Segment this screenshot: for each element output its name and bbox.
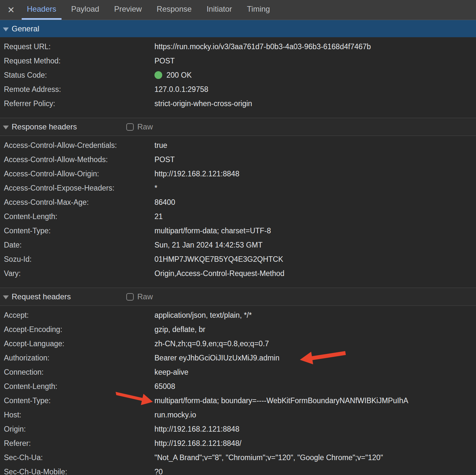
header-value: 01HMP7JWKQE7B5YQ4E3G2QHTCK [154, 255, 283, 264]
header-row: Status Code: 200 OK [0, 68, 476, 82]
raw-checkbox[interactable] [126, 123, 134, 131]
disclosure-triangle-icon [3, 295, 9, 299]
header-name: Origin: [4, 425, 154, 434]
header-row: Content-Length: 21 [0, 209, 476, 224]
header-row: Access-Control-Allow-Origin: http://192.… [0, 167, 476, 181]
header-value: 127.0.0.1:29758 [154, 85, 208, 94]
header-name: Remote Address: [4, 85, 154, 94]
header-row: Origin: http://192.168.2.121:8848 [0, 422, 476, 436]
header-name: Content-Type: [4, 396, 154, 405]
header-name: Access-Control-Allow-Origin: [4, 170, 154, 178]
header-row: Request Method: POST [0, 54, 476, 68]
header-value: application/json, text/plain, */* [154, 311, 252, 320]
header-name: Request URL: [4, 42, 154, 51]
header-row: Accept-Language: zh-CN,zh;q=0.9,en;q=0.8… [0, 337, 476, 351]
general-rows: Request URL: https://run.mocky.io/v3/3aa… [0, 37, 476, 118]
header-value: run.mocky.io [154, 411, 196, 419]
section-response-headers-header[interactable]: Response headers Raw [0, 118, 476, 136]
header-name: Host: [4, 411, 154, 419]
header-name: Sec-Ch-Ua: [4, 453, 154, 462]
tab-response[interactable]: Response [152, 0, 197, 20]
header-row: Vary: Origin,Access-Control-Request-Meth… [0, 266, 476, 281]
header-name: Content-Length: [4, 212, 154, 221]
tab-timing-label: Timing [247, 5, 270, 14]
header-name: Access-Control-Expose-Headers: [4, 184, 154, 193]
header-row: Sec-Ch-Ua-Mobile: ?0 [0, 465, 476, 475]
header-name: Content-Length: [4, 382, 154, 391]
header-value: 86400 [154, 198, 175, 207]
response-headers-rows: Access-Control-Allow-Credentials: true A… [0, 136, 476, 288]
header-value: 65008 [154, 382, 175, 391]
header-name: Access-Control-Allow-Methods: [4, 155, 154, 164]
header-row: Accept-Encoding: gzip, deflate, br [0, 322, 476, 337]
header-row: Remote Address: 127.0.0.1:29758 [0, 82, 476, 96]
header-row: Referer: http://192.168.2.121:8848/ [0, 436, 476, 450]
tab-preview[interactable]: Preview [109, 0, 147, 20]
header-name: Accept-Language: [4, 339, 154, 348]
header-value: https://run.mocky.io/v3/3aa761d7-b0b3-4a… [154, 42, 371, 51]
status-dot-icon [154, 71, 162, 79]
header-value: "Not_A Brand";v="8", "Chromium";v="120",… [154, 453, 383, 462]
request-headers-rows: Accept: application/json, text/plain, */… [0, 306, 476, 475]
header-value: http://192.168.2.121:8848 [154, 425, 239, 434]
header-row: Access-Control-Expose-Headers: * [0, 181, 476, 195]
network-detail-tabbar: ✕ Headers Payload Preview Response Initi… [0, 0, 476, 20]
header-name: Date: [4, 241, 154, 249]
header-row: Content-Type: multipart/form-data; chars… [0, 224, 476, 238]
close-button[interactable]: ✕ [3, 0, 19, 20]
section-request-headers-title: Request headers [12, 292, 71, 301]
section-request-headers-header[interactable]: Request headers Raw [0, 288, 476, 306]
header-name: Request Method: [4, 57, 154, 65]
header-value: ?0 [154, 468, 163, 475]
header-value: 21 [154, 212, 163, 221]
tab-payload-label: Payload [71, 5, 99, 14]
raw-checkbox[interactable] [126, 293, 134, 301]
tab-timing[interactable]: Timing [242, 0, 275, 20]
header-name: Authorization: [4, 354, 154, 362]
section-general-header[interactable]: General [0, 20, 476, 37]
header-name: Access-Control-Allow-Credentials: [4, 141, 154, 150]
header-value: zh-CN,zh;q=0.9,en;q=0.8,eo;q=0.7 [154, 339, 269, 348]
header-name: Sozu-Id: [4, 255, 154, 264]
header-value: Sun, 21 Jan 2024 14:42:53 GMT [154, 241, 263, 249]
header-row: Request URL: https://run.mocky.io/v3/3aa… [0, 39, 476, 54]
header-row: Referrer Policy: strict-origin-when-cros… [0, 96, 476, 111]
header-row: Access-Control-Allow-Credentials: true [0, 138, 476, 152]
header-value: multipart/form-data; boundary=----WebKit… [154, 396, 408, 405]
header-name: Connection: [4, 368, 154, 377]
header-value: * [154, 184, 157, 193]
header-value: Bearer eyJhbGciOiJIUzUxMiJ9.admin [154, 354, 279, 362]
header-row: Host: run.mocky.io [0, 408, 476, 422]
header-value: http://192.168.2.121:8848 [154, 170, 239, 178]
header-value: true [154, 141, 167, 150]
tab-initiator-label: Initiator [207, 5, 232, 14]
header-name: Sec-Ch-Ua-Mobile: [4, 468, 154, 475]
tab-response-label: Response [157, 5, 192, 14]
header-row: Content-Type: multipart/form-data; bound… [0, 393, 476, 408]
tab-headers[interactable]: Headers [22, 0, 62, 20]
header-name: Access-Control-Max-Age: [4, 198, 154, 207]
disclosure-triangle-icon [3, 28, 9, 31]
header-name: Accept: [4, 311, 154, 320]
header-value: http://192.168.2.121:8848/ [154, 439, 242, 448]
header-row: Accept: application/json, text/plain, */… [0, 308, 476, 322]
section-general-title: General [12, 24, 39, 33]
header-name: Vary: [4, 269, 154, 278]
raw-checkbox-label: Raw [137, 122, 153, 131]
tab-payload[interactable]: Payload [66, 0, 105, 20]
section-response-headers-title: Response headers [12, 122, 77, 131]
tab-initiator[interactable]: Initiator [201, 0, 237, 20]
header-name: Referrer Policy: [4, 99, 154, 108]
header-name: Referer: [4, 439, 154, 448]
header-row: Access-Control-Allow-Methods: POST [0, 152, 476, 167]
header-name: Accept-Encoding: [4, 325, 154, 334]
close-icon: ✕ [7, 5, 15, 15]
header-row: Access-Control-Max-Age: 86400 [0, 195, 476, 209]
header-value: strict-origin-when-cross-origin [154, 99, 252, 108]
header-value: 200 OK [166, 71, 192, 80]
tab-headers-label: Headers [27, 5, 56, 14]
raw-checkbox-label: Raw [137, 292, 153, 301]
header-value: Origin,Access-Control-Request-Method [154, 269, 284, 278]
disclosure-triangle-icon [3, 126, 9, 129]
header-name: Content-Type: [4, 226, 154, 235]
